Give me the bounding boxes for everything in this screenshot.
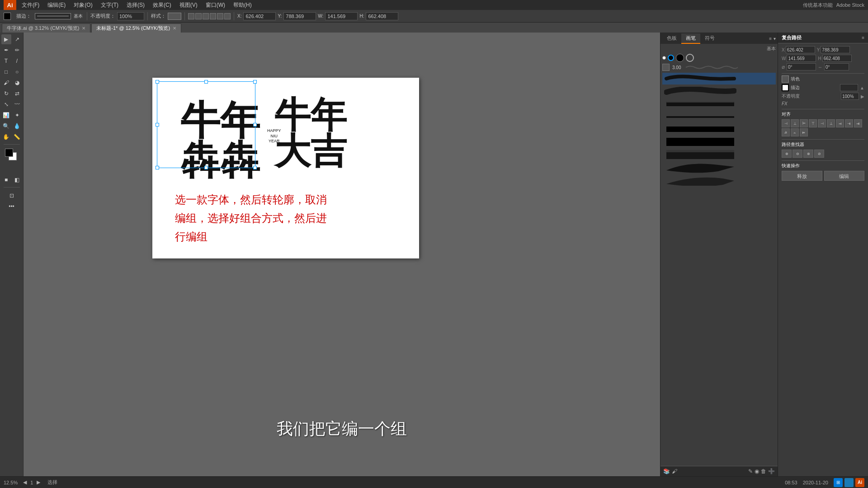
tab-swatches[interactable]: 色板 (662, 33, 681, 44)
new-brush-icon[interactable]: ➕ (768, 468, 775, 474)
pathfinder-unite[interactable]: ⊕ (782, 150, 792, 158)
style-swatch[interactable] (168, 13, 181, 20)
pathfinder-exclude[interactable]: ⊘ (814, 150, 824, 158)
symbol-tool[interactable]: ✦ (12, 110, 22, 120)
x-coord-input[interactable] (243, 12, 276, 20)
brush-dot-medium[interactable] (668, 55, 674, 61)
opacity-expand-icon[interactable]: ▶ (861, 94, 864, 99)
x-input[interactable] (786, 46, 815, 53)
release-button[interactable]: 释放 (782, 171, 822, 181)
align-center-btn[interactable] (195, 13, 202, 19)
delete-brush-icon[interactable]: 🗑 (761, 468, 766, 474)
zoom-tool[interactable]: 🔍 (1, 121, 11, 131)
w-coord-input[interactable] (325, 12, 358, 20)
distribute-top[interactable]: ⫡ (782, 128, 790, 136)
graph-tool[interactable]: 📊 (1, 110, 11, 120)
gradient-mode[interactable]: ◧ (12, 175, 22, 185)
h-input[interactable] (822, 55, 852, 62)
tab-brushes[interactable]: 画笔 (681, 33, 700, 44)
fill-mode[interactable]: ■ (1, 175, 11, 185)
brush-item-6[interactable] (662, 149, 776, 160)
align-left-btn[interactable] (188, 13, 194, 19)
distribute-right[interactable]: ⫥ (854, 119, 862, 127)
warp-tool[interactable]: 〰 (12, 99, 22, 109)
pathfinder-intersect[interactable]: ⊗ (803, 150, 813, 158)
eyedropper-tool[interactable]: 💧 (12, 121, 22, 131)
menu-object[interactable]: 对象(O) (70, 0, 96, 10)
distribute-left[interactable]: ⫤ (836, 119, 844, 127)
doc-tab-0[interactable]: 牛字体.ai @ 3.12% (CMYK/预览) ✕ (2, 23, 90, 33)
align-middle-btn[interactable] (217, 13, 223, 19)
brush-item-5[interactable] (662, 136, 776, 148)
artboard-tool[interactable]: ⊡ (7, 191, 17, 201)
brush-dot-small[interactable] (662, 56, 666, 60)
show-brushes-icon[interactable]: 🖌 (672, 468, 677, 474)
y-coord-input[interactable] (283, 12, 316, 20)
distribute-h[interactable]: ⫣ (845, 119, 853, 127)
stroke-swatch[interactable] (782, 84, 789, 91)
menu-select[interactable]: 选择(S) (123, 0, 148, 10)
stroke-line-selector[interactable] (35, 13, 71, 19)
tab-symbols[interactable]: 符号 (700, 33, 719, 44)
align-h-center[interactable]: ⊥ (791, 119, 799, 127)
paintbrush-tool[interactable]: 🖌 (1, 78, 11, 88)
line-tool[interactable]: / (12, 56, 22, 66)
brush-item-3[interactable] (662, 111, 776, 122)
scale-tool[interactable]: ⤡ (1, 99, 11, 109)
edit-button[interactable]: 编辑 (824, 171, 865, 181)
ie-icon[interactable] (844, 478, 854, 487)
angle-input[interactable] (787, 63, 816, 70)
w-input[interactable] (787, 55, 816, 62)
direct-selection-tool[interactable]: ↗ (12, 34, 22, 44)
brush-item-7[interactable] (662, 161, 776, 173)
brush-dot-empty[interactable] (686, 54, 694, 62)
brush-item-0[interactable] (662, 73, 776, 84)
opacity-input[interactable] (117, 12, 144, 20)
shear-input[interactable] (824, 63, 849, 70)
canvas-area[interactable]: 牛年犇犇 HAPPY NIU YEAR 牛年大吉 选一款字体，然后转轮廓，取消 … (24, 33, 660, 476)
menu-view[interactable]: 视图(V) (176, 0, 201, 10)
y-input[interactable] (821, 46, 850, 53)
rotate-tool[interactable]: ↻ (1, 89, 11, 99)
start-button[interactable]: ⊞ (834, 478, 843, 487)
menu-window[interactable]: 窗口(W) (202, 0, 229, 10)
pen-tool[interactable]: ✒ (1, 45, 11, 55)
opacity-val-input[interactable] (841, 93, 859, 100)
menu-help[interactable]: 帮助(H) (230, 0, 255, 10)
distribute-bottom[interactable]: ⫢ (800, 128, 808, 136)
hand-tool[interactable]: ✋ (1, 132, 11, 142)
panel-menu-icon[interactable]: ▾ (774, 36, 776, 41)
brush-item-8[interactable] (662, 174, 776, 186)
align-v-center[interactable]: ⊣ (818, 119, 826, 127)
align-right-btn[interactable] (203, 13, 209, 19)
type-tool[interactable]: T (1, 56, 11, 66)
brush-dot-large[interactable] (676, 54, 684, 62)
distribute-v[interactable]: ⫠ (791, 128, 799, 136)
stroke-fill-swatch[interactable] (662, 64, 670, 71)
selection-tool[interactable]: ▶ (1, 34, 11, 44)
brush-item-4[interactable] (662, 123, 776, 135)
select-brush-icon[interactable]: ◉ (755, 468, 759, 474)
brush-item-2[interactable] (662, 98, 776, 110)
panel-expand-icon[interactable]: ≡ (769, 36, 772, 41)
stroke-color-swatch[interactable] (4, 13, 11, 20)
doc-tab-1[interactable]: 未标题-1* @ 12.5% (CMYK/预览) ✕ (91, 23, 181, 33)
add-library-icon[interactable]: 📚 (663, 468, 670, 474)
pencil-tool[interactable]: ✏ (12, 45, 22, 55)
reflect-tool[interactable]: ⇄ (12, 89, 22, 99)
align-top-edge[interactable]: ⊤ (809, 119, 817, 127)
stroke-width-input[interactable] (840, 84, 858, 91)
close-tab-1[interactable]: ✕ (173, 26, 176, 31)
fill-swatch[interactable] (782, 75, 789, 83)
menu-file[interactable]: 文件(F) (18, 0, 43, 10)
h-coord-input[interactable] (366, 12, 398, 20)
align-top-btn[interactable] (210, 13, 216, 19)
align-bottom-edge[interactable]: ⊥ (827, 119, 835, 127)
menu-effect[interactable]: 效果(C) (149, 0, 175, 10)
blob-brush-tool[interactable]: ◕ (12, 78, 22, 88)
measure-tool[interactable]: 📏 (12, 132, 22, 142)
brush-item-1[interactable] (662, 85, 776, 97)
edit-brush-icon[interactable]: ✎ (748, 468, 753, 474)
ai-taskbar-icon[interactable]: Ai (855, 478, 864, 487)
menu-edit[interactable]: 编辑(E) (44, 0, 69, 10)
